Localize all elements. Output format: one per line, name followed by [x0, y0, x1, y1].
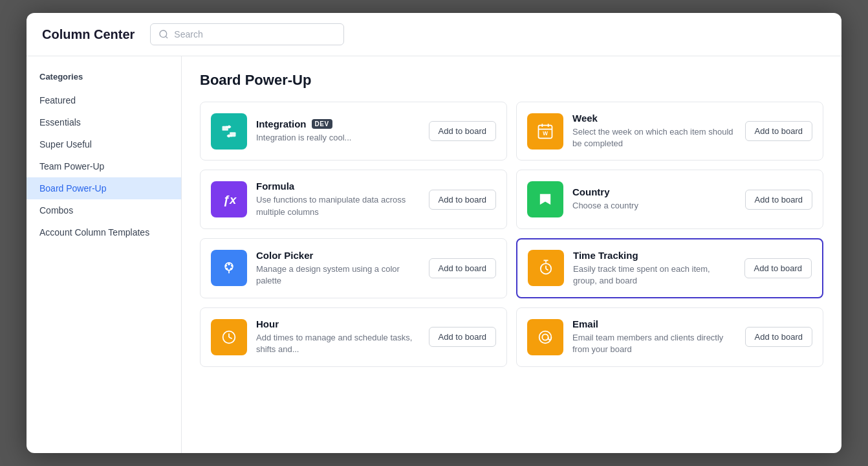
add-formula-button[interactable]: Add to board	[429, 190, 496, 210]
app-window: Column Center Categories Featured Essent…	[27, 13, 841, 453]
country-icon	[527, 181, 563, 217]
week-desc: Select the week on which each item shoul…	[572, 126, 736, 150]
email-icon	[527, 319, 563, 355]
card-week: W Week Select the week on which each ite…	[516, 102, 823, 161]
svg-line-18	[546, 269, 548, 271]
sidebar-item-super-useful[interactable]: Super Useful	[27, 133, 181, 155]
card-country: Country Choose a country Add to board	[516, 170, 823, 228]
add-integration-button[interactable]: Add to board	[429, 121, 496, 141]
hour-content: Hour Add times to manage and schedule ta…	[256, 318, 420, 355]
svg-line-23	[229, 337, 232, 338]
svg-point-15	[226, 268, 228, 271]
time-tracking-name: Time Tracking	[573, 250, 638, 261]
sidebar-item-featured[interactable]: Featured	[27, 89, 181, 111]
svg-point-12	[228, 263, 230, 266]
country-title-row: Country	[572, 186, 736, 197]
formula-title-row: Formula	[256, 181, 420, 192]
svg-text:W: W	[543, 131, 548, 137]
color-picker-name: Color Picker	[256, 250, 313, 261]
formula-name: Formula	[256, 181, 294, 192]
app-title: Column Center	[42, 27, 135, 42]
sidebar-item-essentials[interactable]: Essentials	[27, 111, 181, 133]
svg-point-0	[160, 30, 167, 38]
time-tracking-content: Time Tracking Easily track time spent on…	[573, 250, 735, 287]
integration-icon	[211, 113, 247, 150]
svg-point-24	[542, 334, 548, 340]
week-name: Week	[572, 113, 598, 124]
search-input[interactable]	[174, 29, 336, 39]
hour-icon	[211, 319, 247, 355]
sidebar-item-account-column-templates[interactable]: Account Column Templates	[27, 221, 181, 243]
week-title-row: Week	[572, 113, 736, 124]
week-icon: W	[527, 113, 563, 150]
integration-name: Integration	[256, 118, 307, 129]
svg-point-13	[231, 265, 233, 267]
integration-content: Integration DEV Integration is really co…	[256, 118, 420, 144]
svg-line-1	[166, 36, 168, 38]
add-week-button[interactable]: Add to board	[745, 121, 812, 141]
color-picker-title-row: Color Picker	[256, 250, 420, 261]
sidebar-item-team-powerup[interactable]: Team Power-Up	[27, 155, 181, 177]
add-color-picker-button[interactable]: Add to board	[429, 258, 496, 278]
sidebar-heading: Categories	[27, 69, 181, 89]
time-tracking-icon	[528, 250, 564, 286]
integration-badge: DEV	[312, 119, 332, 129]
header: Column Center	[27, 13, 841, 56]
add-time-tracking-button[interactable]: Add to board	[744, 258, 812, 278]
hour-title-row: Hour	[256, 318, 420, 329]
card-time-tracking: Time Tracking Easily track time spent on…	[516, 238, 823, 298]
country-name: Country	[572, 186, 610, 197]
search-icon	[158, 29, 169, 39]
body: Categories Featured Essentials Super Use…	[27, 56, 841, 453]
formula-desc: Use functions to manipulate data across …	[256, 194, 420, 217]
integration-title-row: Integration DEV	[256, 118, 420, 129]
svg-point-14	[230, 268, 233, 271]
svg-text:ƒx: ƒx	[223, 193, 237, 206]
time-tracking-desc: Easily track time spent on each item, gr…	[573, 263, 735, 287]
email-name: Email	[572, 318, 598, 329]
formula-icon: ƒx	[211, 181, 247, 217]
svg-point-11	[225, 265, 228, 267]
cards-grid: Integration DEV Integration is really co…	[200, 102, 823, 367]
add-country-button[interactable]: Add to board	[745, 190, 812, 210]
integration-desc: Integration is really cool...	[256, 132, 420, 144]
add-email-button[interactable]: Add to board	[745, 327, 812, 347]
color-picker-content: Color Picker Manage a design system usin…	[256, 250, 420, 287]
color-picker-desc: Manage a design system using a color pal…	[256, 263, 420, 287]
email-content: Email Email team members and clients dir…	[572, 318, 736, 355]
main-content: Board Power-Up Integration	[182, 56, 841, 453]
svg-point-25	[539, 331, 552, 343]
formula-content: Formula Use functions to manipulate data…	[256, 181, 420, 217]
card-color-picker: Color Picker Manage a design system usin…	[200, 238, 507, 298]
sidebar-item-board-powerup[interactable]: Board Power-Up	[27, 177, 181, 199]
email-desc: Email team members and clients directly …	[572, 332, 736, 355]
country-desc: Choose a country	[572, 200, 736, 212]
section-title: Board Power-Up	[200, 72, 823, 89]
add-hour-button[interactable]: Add to board	[429, 327, 496, 347]
card-formula: ƒx Formula Use functions to manipulate d…	[200, 170, 507, 228]
card-integration: Integration DEV Integration is really co…	[200, 102, 507, 161]
card-email: Email Email team members and clients dir…	[516, 307, 823, 366]
week-content: Week Select the week on which each item …	[572, 113, 736, 150]
card-hour: Hour Add times to manage and schedule ta…	[200, 307, 507, 366]
email-title-row: Email	[572, 318, 736, 329]
time-tracking-title-row: Time Tracking	[573, 250, 735, 261]
color-picker-icon	[211, 250, 247, 286]
country-content: Country Choose a country	[572, 186, 736, 212]
sidebar-item-combos[interactable]: Combos	[27, 199, 181, 221]
hour-name: Hour	[256, 318, 279, 329]
hour-desc: Add times to manage and schedule tasks, …	[256, 332, 420, 355]
sidebar: Categories Featured Essentials Super Use…	[27, 56, 182, 453]
search-bar[interactable]	[150, 23, 344, 45]
